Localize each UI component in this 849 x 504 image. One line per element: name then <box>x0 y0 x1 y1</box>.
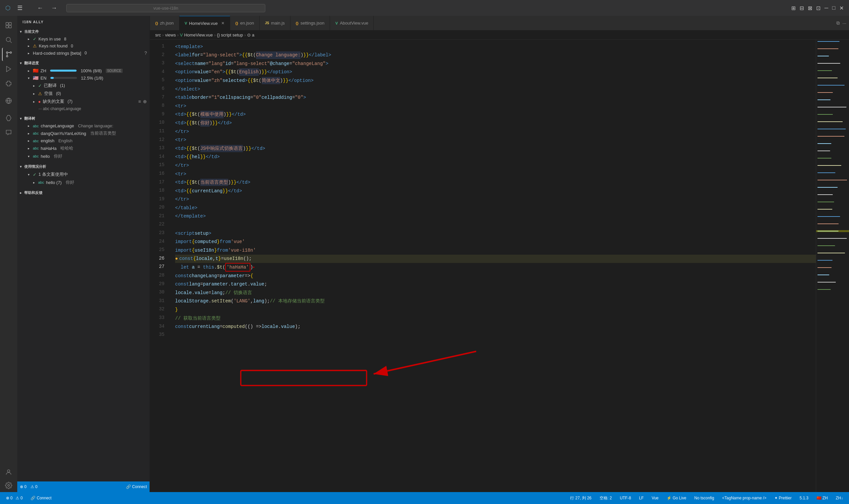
menu-icon[interactable]: ☰ <box>17 4 22 12</box>
en-progress-label: 12.5% (1/8) <box>81 76 103 80</box>
en-lang-item[interactable]: 🇺🇸 EN 12.5% (1/8) <box>17 74 149 82</box>
status-encoding[interactable]: UTF-8 <box>618 495 633 501</box>
tab-close-homeview[interactable]: ✕ <box>221 21 224 25</box>
translated-badge: (1) <box>60 83 65 88</box>
activity-source-control[interactable] <box>2 48 15 61</box>
missing-action-btn-2[interactable]: ⊕ <box>143 99 147 104</box>
activity-explorer[interactable] <box>2 19 15 32</box>
hello-usage-item[interactable]: abc hello (7) 你好 <box>17 178 149 186</box>
status-prettier[interactable]: ✦ Prettier <box>772 495 794 501</box>
activity-settings[interactable] <box>2 479 15 492</box>
tab-en-json[interactable]: {} en.json <box>230 16 260 30</box>
toggle-panel-button[interactable]: ⊟ <box>799 5 804 11</box>
breadcrumb-views[interactable]: views <box>165 33 176 37</box>
missing-actions: ≡ ⊕ <box>138 99 147 104</box>
breadcrumb-src[interactable]: src <box>155 33 161 37</box>
status-golive[interactable]: ⚡ Go Live <box>665 495 688 501</box>
status-errors[interactable]: ⊗ 0 ⚠ 0 <box>4 495 24 501</box>
translation-progress-header[interactable]: 翻译进度 <box>17 58 149 67</box>
code-content[interactable]: <template> <label for="lang-select">{{ $… <box>170 40 816 492</box>
breadcrumb-file[interactable]: HomeView.vue <box>184 33 213 37</box>
tree-item-hahaha[interactable]: abc haHaHa 哈哈哈 <box>17 144 149 152</box>
status-version: 5.1.3 <box>798 495 811 501</box>
breadcrumb-a[interactable]: ⊙ a <box>247 33 254 37</box>
tree-item-hello[interactable]: abc hello 你好 <box>17 152 149 160</box>
missing-label: 缺失的文案 <box>43 98 64 105</box>
tree-item-change-language[interactable]: abc changeLanguage Change language: <box>17 122 149 129</box>
zh-lang-item[interactable]: 🇨🇳 ZH 100% (8/8) SOURCE <box>17 67 149 74</box>
missing-sub-item[interactable]: ∙∙∙ abc changeLanguage <box>17 105 149 112</box>
status-zh-region[interactable]: ZH↓ <box>834 495 845 501</box>
chevron-hard-coded <box>28 51 30 55</box>
breadcrumb-file-icon: V <box>180 33 183 37</box>
activity-extensions[interactable] <box>2 77 15 90</box>
chevron-item-2 <box>28 132 30 135</box>
toggle-sidebar-button[interactable]: ⊞ <box>791 5 796 11</box>
activity-search[interactable] <box>2 33 15 47</box>
minimize-button[interactable]: ─ <box>825 5 828 11</box>
status-line-col[interactable]: 行 27, 列 26 <box>568 495 593 502</box>
tab-zh-json[interactable]: {} zh.json <box>150 16 179 30</box>
tab-homeview-vue[interactable]: V HomeView.vue ✕ <box>179 16 230 30</box>
keys-in-use-item[interactable]: ✓ Keys in use 8 <box>17 35 149 42</box>
split-editor-tab-button[interactable]: ⧉ <box>836 20 840 26</box>
abc-icon-4: abc <box>33 146 39 150</box>
tree-item-english[interactable]: abc english English <box>17 137 149 144</box>
translation-tree-header[interactable]: 翻译树 <box>17 113 149 122</box>
status-connect[interactable]: 🔗 Connect <box>29 495 53 501</box>
help-header[interactable]: 帮助和反馈 <box>17 188 149 197</box>
chevron-zh <box>28 69 30 73</box>
used-label: 1 条文案使用中 <box>38 172 68 177</box>
missing-action-btn-1[interactable]: ≡ <box>138 99 141 104</box>
more-actions-button[interactable]: ··· <box>842 21 846 26</box>
editor-container: 12345 678910 1112131415 1617181920 21222… <box>150 40 849 492</box>
sidebar-connect[interactable]: 🔗 Connect <box>126 484 147 489</box>
missing-item[interactable]: ● 缺失的文案 (7) ≡ ⊕ <box>17 97 149 105</box>
breadcrumb-sep-2: › <box>177 33 178 37</box>
empty-item[interactable]: ⚠ 空值 (0) <box>17 90 149 97</box>
activity-bar <box>0 16 17 492</box>
tab-settings-json[interactable]: {} settings.json <box>290 16 330 30</box>
check-icon-used: ✓ <box>33 172 36 177</box>
maximize-button[interactable]: □ <box>832 5 835 11</box>
chevron-item-1 <box>28 124 30 128</box>
close-button[interactable]: ✕ <box>839 5 844 11</box>
current-file-header[interactable]: 当前文件 <box>17 26 149 35</box>
svg-rect-2 <box>6 25 8 28</box>
tree-val-4: 哈哈哈 <box>60 145 73 151</box>
usage-analysis-header[interactable]: 使用情况分析 <box>17 161 149 170</box>
back-button[interactable]: ← <box>35 3 46 13</box>
tab-aboutview-vue[interactable]: V AboutView.vue <box>330 16 374 30</box>
activity-account[interactable] <box>2 466 15 479</box>
help-icon-hard-coded[interactable]: ? <box>144 50 147 56</box>
hard-coded-item[interactable]: Hard-coded strings [beta] 0 ? <box>17 49 149 57</box>
activity-run[interactable] <box>2 62 15 76</box>
tree-item-dang-qian[interactable]: abc dangQianYuYanLeiXing 当前语言类型 <box>17 129 149 137</box>
status-zh-lang[interactable]: 🇨🇳 ZH <box>814 495 830 501</box>
code-line-29: const lang = parameter.target.value; <box>175 280 816 289</box>
status-tagname[interactable]: <TagName prop-name /> <box>720 495 769 501</box>
breadcrumb-script[interactable]: {} script setup <box>217 33 243 37</box>
sidebar-warnings: ⚠ 0 <box>31 484 37 489</box>
code-line-34: const currentLang = computed(() => local… <box>175 323 816 331</box>
tab-main-js[interactable]: JS main.js <box>260 16 290 30</box>
split-editor-button[interactable]: ⊠ <box>808 5 812 11</box>
activity-test[interactable] <box>2 111 15 125</box>
keys-in-use-badge: 8 <box>64 37 66 41</box>
status-tsconfig[interactable]: No tsconfig <box>692 495 716 501</box>
tree-val-3: English <box>58 138 73 143</box>
translated-label: 已翻译 <box>44 83 57 89</box>
used-item[interactable]: ✓ 1 条文案使用中 <box>17 170 149 178</box>
status-spaces[interactable]: 空格: 2 <box>598 495 614 502</box>
search-input[interactable] <box>66 4 265 12</box>
status-language[interactable]: Vue <box>650 495 661 501</box>
layout-button[interactable]: ⊡ <box>816 5 820 11</box>
activity-chat[interactable] <box>2 126 15 139</box>
status-line-ending[interactable]: LF <box>637 495 646 501</box>
code-line-31: localStorage.setItem('LANG', lang); // 本… <box>175 297 816 306</box>
tree-key-1: changeLanguage <box>41 123 74 128</box>
translated-item[interactable]: ✓ 已翻译 (1) <box>17 82 149 90</box>
keys-not-found-item[interactable]: ⚠ Keys not found 0 <box>17 42 149 49</box>
activity-i18n[interactable] <box>2 94 15 107</box>
forward-button[interactable]: → <box>49 3 60 13</box>
